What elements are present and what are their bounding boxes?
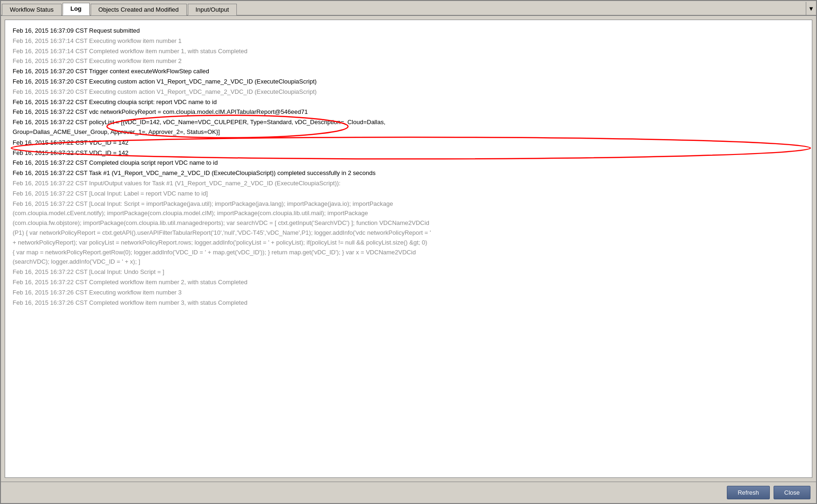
log-entry: Feb 16, 2015 16:37:22 CST policyList = [… (13, 119, 385, 135)
main-window: Workflow Status Log Objects Created and … (0, 0, 817, 504)
tab-input-output[interactable]: Input/Output (188, 4, 237, 15)
log-entry: Feb 16, 2015 16:37:20 CST Trigger contex… (13, 67, 804, 77)
log-entry: Feb 16, 2015 16:37:26 CST Completed work… (13, 298, 804, 308)
content-area: Feb 16, 2015 16:37:09 CST Request submit… (5, 20, 812, 478)
refresh-button[interactable]: Refresh (727, 486, 770, 499)
tab-workflow-status[interactable]: Workflow Status (2, 4, 62, 15)
log-entry: Feb 16, 2015 16:37:22 CST [Local Input: … (13, 189, 804, 199)
log-entry: Feb 16, 2015 16:37:22 CST vdc networkPol… (13, 107, 804, 117)
log-area[interactable]: Feb 16, 2015 16:37:09 CST Request submit… (5, 20, 812, 477)
log-entry: Feb 16, 2015 16:37:22 CST Completed work… (13, 278, 804, 287)
log-entry: Feb 16, 2015 16:37:22 CST Input/Output v… (13, 179, 804, 189)
bottom-bar: Refresh Close (1, 482, 816, 503)
log-entry: Feb 16, 2015 16:37:20 CST Executing work… (13, 56, 804, 66)
log-entry: Feb 16, 2015 16:37:09 CST Request submit… (13, 26, 804, 36)
log-entry: Feb 16, 2015 16:37:22 CST [Local Input: … (13, 267, 804, 277)
log-entry: Feb 16, 2015 16:37:14 CST Executing work… (13, 36, 804, 46)
close-button[interactable]: Close (774, 486, 810, 499)
log-entry: Feb 16, 2015 16:37:22 CST VDC_ID = 142 (13, 138, 804, 148)
log-entry: Feb 16, 2015 16:37:26 CST Executing work… (13, 288, 804, 298)
log-entry: Feb 16, 2015 16:37:14 CST Completed work… (13, 47, 804, 56)
log-entry: Feb 16, 2015 16:37:22 CST VDC_ID = 142 (13, 148, 804, 158)
tab-log[interactable]: Log (63, 3, 90, 15)
tab-bar: Workflow Status Log Objects Created and … (1, 1, 816, 16)
log-entry: Feb 16, 2015 16:37:20 CST Executing cust… (13, 77, 804, 87)
log-entry: Feb 16, 2015 16:37:22 CST [Local Input: … (13, 199, 804, 267)
tab-dropdown-button[interactable]: ▼ (806, 2, 816, 15)
log-entry: Feb 16, 2015 16:37:22 CST Task #1 (V1_Re… (13, 168, 804, 178)
log-entry: Feb 16, 2015 16:37:22 CST Completed clou… (13, 158, 804, 168)
log-entry: Feb 16, 2015 16:37:20 CST Executing cust… (13, 87, 804, 97)
chevron-down-icon: ▼ (808, 5, 814, 12)
log-entry: Feb 16, 2015 16:37:22 CST Executing clou… (13, 98, 804, 107)
tab-objects[interactable]: Objects Created and Modified (91, 4, 187, 15)
